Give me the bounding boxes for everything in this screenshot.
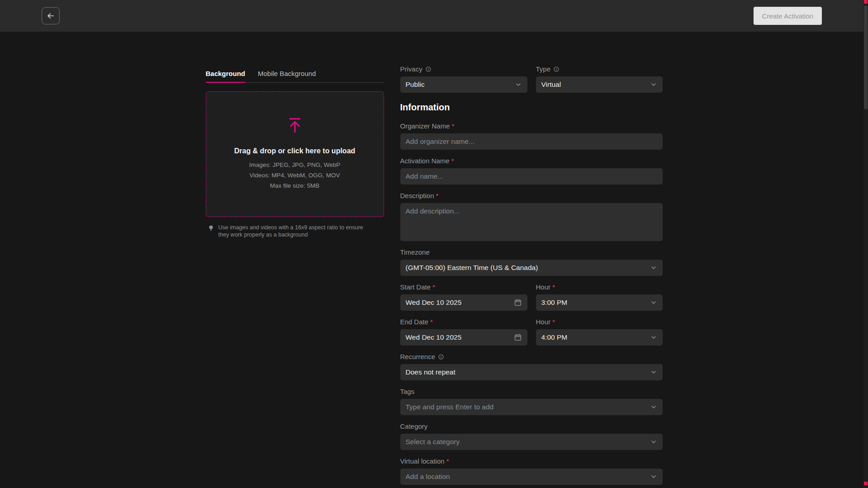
background-tabs: Background Mobile Background <box>206 70 384 83</box>
calendar-icon <box>514 298 522 307</box>
start-hour-label: Hour <box>536 283 551 291</box>
calendar-icon <box>514 333 522 341</box>
activation-form: Privacy Public <box>400 65 663 488</box>
scroll-indicator-top <box>864 0 868 4</box>
timezone-field: Timezone (GMT-05:00) Eastern Time (US & … <box>400 248 663 276</box>
privacy-value: Public <box>406 81 425 89</box>
recurrence-field: Recurrence Does not repeat <box>400 353 663 380</box>
dropzone-title: Drag & drop or click here to upload <box>234 147 356 155</box>
dropzone-video-formats: Videos: MP4, WebM, OGG, MOV <box>250 172 340 179</box>
info-icon[interactable] <box>438 354 444 360</box>
chevron-down-icon <box>650 299 657 306</box>
topbar: Create Activation <box>0 0 868 32</box>
timezone-value: (GMT-05:00) Eastern Time (US & Canada) <box>406 264 538 272</box>
activation-name-input[interactable] <box>400 168 663 185</box>
privacy-label: Privacy <box>400 65 422 73</box>
description-label: Description <box>400 192 434 200</box>
required-asterisk: * <box>446 457 449 465</box>
end-hour-value: 4:00 PM <box>541 333 568 341</box>
activation-name-field: Activation Name * <box>400 157 663 185</box>
required-asterisk: * <box>436 192 439 200</box>
end-hour-label: Hour <box>536 318 551 326</box>
type-value: Virtual <box>541 81 561 89</box>
chevron-down-icon <box>650 473 657 480</box>
end-hour-select[interactable]: 4:00 PM <box>536 329 663 346</box>
type-select[interactable]: Virtual <box>536 76 663 93</box>
start-date-input[interactable]: Wed Dec 10 2025 <box>400 294 527 311</box>
tab-mobile-background[interactable]: Mobile Background <box>258 70 316 83</box>
chevron-down-icon <box>650 369 657 376</box>
info-icon[interactable] <box>425 66 432 72</box>
recurrence-label: Recurrence <box>400 353 436 361</box>
organizer-name-input[interactable] <box>400 133 663 150</box>
chevron-down-icon <box>515 81 522 88</box>
start-date-field: Start Date * Wed Dec 10 2025 <box>400 283 527 311</box>
start-hour-field: Hour * 3:00 PM <box>536 283 663 311</box>
dropzone-image-formats: Images: JPEG, JPG, PNG, WebP <box>249 161 341 168</box>
tags-label: Tags <box>400 388 415 396</box>
recurrence-value: Does not repeat <box>406 368 455 376</box>
end-hour-field: Hour * 4:00 PM <box>536 318 663 346</box>
description-textarea[interactable] <box>400 203 663 241</box>
upload-dropzone[interactable]: Drag & drop or click here to upload Imag… <box>206 91 384 217</box>
tags-field: Tags Type and press Enter to add <box>400 388 663 415</box>
chevron-down-icon <box>650 81 657 88</box>
type-field: Type Virtual <box>536 65 663 93</box>
description-field: Description * <box>400 192 663 241</box>
virtual-location-input[interactable]: Add a location <box>400 469 663 485</box>
info-icon[interactable] <box>553 66 560 72</box>
end-date-field: End Date * Wed Dec 10 2025 <box>400 318 527 346</box>
category-placeholder: Select a category <box>406 438 460 446</box>
tags-input[interactable]: Type and press Enter to add <box>400 399 663 415</box>
back-button[interactable] <box>42 7 60 24</box>
virtual-location-label: Virtual location <box>400 457 445 465</box>
category-select[interactable]: Select a category <box>400 434 663 450</box>
hint-text: Use images and videos with a 16x9 aspect… <box>218 224 374 238</box>
virtual-location-placeholder: Add a location <box>406 473 450 481</box>
start-date-label: Start Date <box>400 283 431 291</box>
privacy-type-row: Privacy Public <box>400 65 663 93</box>
end-date-input[interactable]: Wed Dec 10 2025 <box>400 329 527 346</box>
upload-arrow-icon <box>286 116 304 134</box>
required-asterisk: * <box>430 318 433 326</box>
lightbulb-icon <box>208 225 214 232</box>
required-asterisk: * <box>432 283 435 291</box>
chevron-down-icon <box>650 403 657 411</box>
chevron-down-icon <box>650 438 657 445</box>
scrollbar[interactable] <box>863 0 868 488</box>
end-date-row: End Date * Wed Dec 10 2025 Hour <box>400 318 663 346</box>
tab-background[interactable]: Background <box>206 70 246 83</box>
scroll-indicator-bottom <box>864 482 868 485</box>
required-asterisk: * <box>552 318 555 326</box>
background-upload-section: Background Mobile Background Drag & drop… <box>206 65 384 488</box>
type-label: Type <box>536 65 551 73</box>
privacy-field: Privacy Public <box>400 65 527 93</box>
required-asterisk: * <box>451 157 454 165</box>
required-asterisk: * <box>452 122 455 130</box>
start-hour-select[interactable]: 3:00 PM <box>536 294 663 311</box>
main-content: Background Mobile Background Drag & drop… <box>206 32 663 488</box>
virtual-location-field: Virtual location * Add a location <box>400 457 663 485</box>
recurrence-select[interactable]: Does not repeat <box>400 364 663 380</box>
create-activation-button[interactable]: Create Activation <box>754 7 822 25</box>
arrow-left-icon <box>46 11 55 20</box>
end-date-label: End Date <box>400 318 429 326</box>
scrollbar-thumb[interactable] <box>864 5 868 109</box>
create-activation-page: Create Activation Background Mobile Back… <box>0 0 868 488</box>
end-date-value: Wed Dec 10 2025 <box>406 333 462 341</box>
tags-placeholder: Type and press Enter to add <box>406 403 494 411</box>
category-field: Category Select a category <box>400 422 663 450</box>
privacy-select[interactable]: Public <box>400 76 527 93</box>
organizer-name-field: Organizer Name * <box>400 122 663 150</box>
dropzone-max-file-size: Max file size: 5MB <box>270 182 320 189</box>
timezone-label: Timezone <box>400 248 430 256</box>
information-heading: Information <box>400 102 663 113</box>
chevron-down-icon <box>650 334 657 341</box>
required-asterisk: * <box>552 283 555 291</box>
organizer-name-label: Organizer Name <box>400 122 450 130</box>
category-label: Category <box>400 422 428 431</box>
start-hour-value: 3:00 PM <box>541 298 568 307</box>
timezone-select[interactable]: (GMT-05:00) Eastern Time (US & Canada) <box>400 260 663 276</box>
activation-name-label: Activation Name <box>400 157 450 165</box>
chevron-down-icon <box>650 264 657 271</box>
